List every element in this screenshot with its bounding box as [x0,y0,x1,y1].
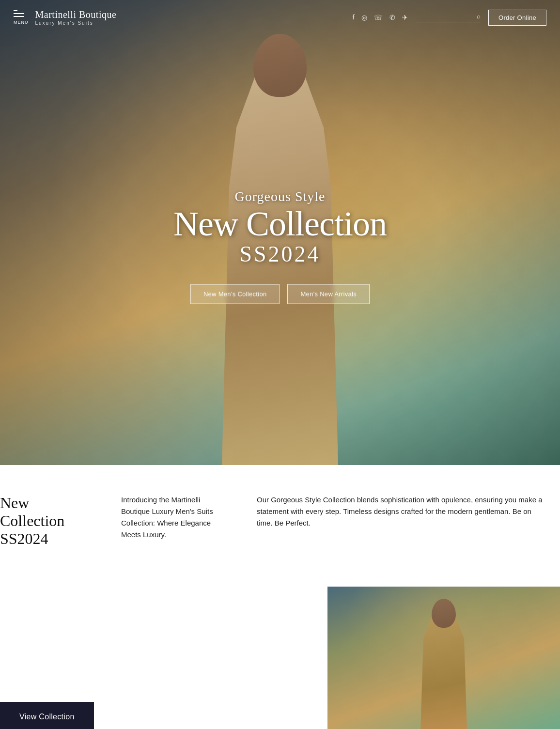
hero-buttons-group: New Men's Collection Men's New Arrivals [173,284,387,304]
nav-right-group: f ◎ ☏ ✆ ✈ ⌕ Order Online [352,10,546,26]
second-image [327,587,560,729]
instagram-icon[interactable]: ◎ [361,14,367,22]
order-online-button[interactable]: Order Online [488,10,546,26]
new-mens-collection-button[interactable]: New Men's Collection [190,284,280,304]
menu-button[interactable]: MENU [14,10,29,25]
menu-label: MENU [14,20,29,25]
nav-logo: MENU Martinelli Boutique Luxury Men's Su… [14,9,116,26]
social-icons-group: f ◎ ☏ ✆ ✈ [352,14,408,22]
hero-overlay-text: Gorgeous Style New Collection SS2024 New… [173,189,387,304]
menu-bar-mid [14,13,24,14]
second-model-figure [400,596,487,729]
info-body-2: Our Gorgeous Style Collection blends sop… [257,494,545,529]
telegram-icon[interactable]: ✈ [402,14,408,22]
info-col-1: New Collection SS2024 [0,494,107,548]
viber-icon[interactable]: ☏ [374,14,383,22]
brand-tagline: Luxury Men's Suits [35,20,117,26]
logo-text-block: Martinelli Boutique Luxury Men's Suits [35,9,117,26]
mens-new-arrivals-button[interactable]: Men's New Arrivals [288,284,370,304]
hero-title: New Collection [173,206,387,241]
facebook-icon[interactable]: f [352,14,355,21]
info-section: New Collection SS2024 Introducing the Ma… [0,465,560,577]
top-navigation: MENU Martinelli Boutique Luxury Men's Su… [0,0,560,35]
search-icon[interactable]: ⌕ [477,13,481,20]
search-input[interactable] [416,13,474,20]
bottom-section: View Collection [0,577,560,729]
search-bar: ⌕ [416,13,481,22]
hero-year: SS2024 [173,241,387,267]
info-body-1: Introducing the Martinelli Boutique Luxu… [121,494,228,541]
info-heading: New Collection [0,494,92,530]
menu-bar-bot [14,16,24,17]
hero-subtitle: Gorgeous Style [173,189,387,204]
view-collection-button[interactable]: View Collection [0,702,94,729]
info-year: SS2024 [0,530,92,548]
info-col-2: Introducing the Martinelli Boutique Luxu… [107,494,242,548]
brand-name: Martinelli Boutique [35,9,117,20]
hero-section: MENU Martinelli Boutique Luxury Men's Su… [0,0,560,465]
menu-bar-top [14,10,17,11]
info-col-3: Our Gorgeous Style Collection blends sop… [242,494,560,548]
whatsapp-icon[interactable]: ✆ [389,14,395,22]
